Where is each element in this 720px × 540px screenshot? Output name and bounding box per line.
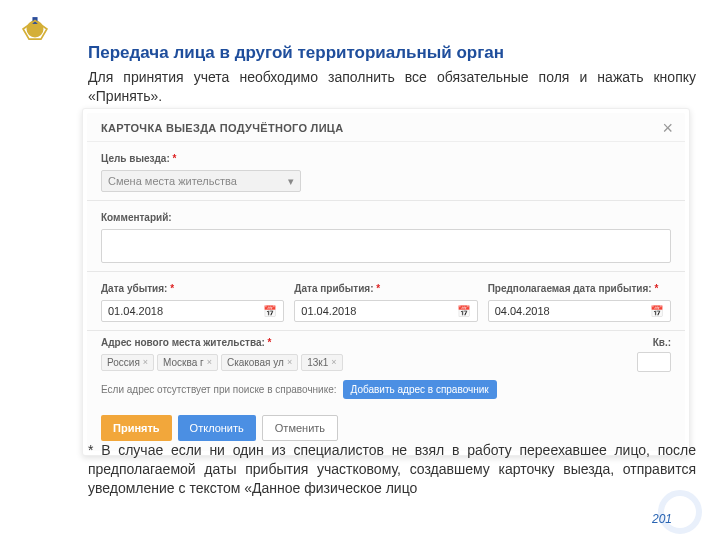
purpose-select[interactable]: Смена места жительства ▾ bbox=[101, 170, 301, 192]
chip-remove-icon[interactable]: × bbox=[287, 357, 292, 367]
mvd-emblem-icon bbox=[18, 12, 52, 46]
date-arrive-label: Дата прибытия: * bbox=[294, 283, 380, 294]
date-depart-label: Дата убытия: * bbox=[101, 283, 174, 294]
chip-remove-icon[interactable]: × bbox=[331, 357, 336, 367]
date-expected-input[interactable]: 04.04.2018 📅 bbox=[488, 300, 671, 322]
address-chip: Россия× bbox=[101, 354, 154, 371]
card-title: КАРТОЧКА ВЫЕЗДА ПОДУЧЁТНОГО ЛИЦА bbox=[101, 122, 343, 134]
chevron-down-icon: ▾ bbox=[288, 175, 294, 188]
kv-input[interactable] bbox=[637, 352, 671, 372]
address-label: Адрес нового места жительства: * bbox=[101, 337, 272, 348]
purpose-label: Цель выезда: * bbox=[101, 153, 176, 164]
accept-button[interactable]: Принять bbox=[101, 415, 172, 441]
address-chip: Москва г× bbox=[157, 354, 218, 371]
card-header: КАРТОЧКА ВЫЕЗДА ПОДУЧЁТНОГО ЛИЦА × bbox=[87, 113, 685, 142]
comment-label: Комментарий: bbox=[101, 212, 172, 223]
cancel-button[interactable]: Отменить bbox=[262, 415, 338, 441]
date-depart-input[interactable]: 01.04.2018 📅 bbox=[101, 300, 284, 322]
date-expected-label: Предполагаемая дата прибытия: * bbox=[488, 283, 659, 294]
address-chip: Скаковая ул× bbox=[221, 354, 298, 371]
calendar-icon: 📅 bbox=[457, 305, 471, 318]
chip-remove-icon[interactable]: × bbox=[207, 357, 212, 367]
calendar-icon: 📅 bbox=[263, 305, 277, 318]
dates-section: Дата убытия: * 01.04.2018 📅 Дата прибыти… bbox=[87, 272, 685, 331]
add-address-button[interactable]: Добавить адрес в справочник bbox=[343, 380, 497, 399]
date-arrive-input[interactable]: 01.04.2018 📅 bbox=[294, 300, 477, 322]
address-section: Адрес нового места жительства: * Кв.: Ро… bbox=[87, 331, 685, 407]
address-chip: 13к1× bbox=[301, 354, 342, 371]
purpose-section: Цель выезда: * Смена места жительства ▾ bbox=[87, 142, 685, 201]
calendar-icon: 📅 bbox=[650, 305, 664, 318]
departure-card: КАРТОЧКА ВЫЕЗДА ПОДУЧЁТНОГО ЛИЦА × Цель … bbox=[82, 108, 690, 456]
page-number: 201 bbox=[652, 512, 672, 526]
kv-label: Кв.: bbox=[653, 337, 671, 348]
decline-button[interactable]: Отклонить bbox=[178, 415, 256, 441]
intro-text: Для принятия учета необходимо заполнить … bbox=[88, 68, 696, 106]
purpose-value: Смена места жительства bbox=[108, 175, 237, 187]
comment-textarea[interactable] bbox=[101, 229, 671, 263]
page-title: Передача лица в другой территориальный о… bbox=[88, 43, 504, 63]
close-icon[interactable]: × bbox=[662, 119, 673, 137]
chip-remove-icon[interactable]: × bbox=[143, 357, 148, 367]
comment-section: Комментарий: bbox=[87, 201, 685, 272]
footnote-text: * В случае если ни один из специалистов … bbox=[88, 441, 696, 498]
address-chips[interactable]: Россия× Москва г× Скаковая ул× 13к1× bbox=[101, 354, 343, 371]
address-help-text: Если адрес отсутствует при поиске в спра… bbox=[101, 384, 337, 395]
